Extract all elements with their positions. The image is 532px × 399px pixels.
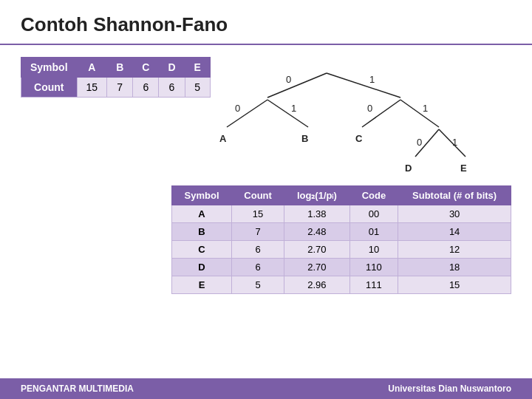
svg-text:0: 0 [417, 137, 422, 148]
svg-text:E: E [460, 163, 467, 174]
table-row: A 15 1.38 00 30 [172, 205, 511, 223]
row-symbol: A [172, 205, 232, 223]
right-section: 0 1 0 1 0 1 A B C 0 1 D E [164, 57, 511, 294]
row-log: 2.96 [284, 276, 350, 294]
row-count: 6 [232, 259, 284, 276]
row-code: 00 [349, 205, 398, 223]
symbol-b-header: B [107, 58, 133, 78]
svg-text:A: A [219, 133, 227, 144]
row-count: 7 [232, 223, 284, 241]
row-log: 2.48 [284, 223, 350, 241]
data-table-wrapper: Symbol Count log₂(1/pᵢ) Code Subtotal (#… [171, 185, 511, 294]
svg-line-9 [400, 100, 439, 127]
tree-diagram: 0 1 0 1 0 1 A B C 0 1 D E [171, 57, 482, 183]
symbol-c-header: C [133, 58, 159, 78]
row-count: 5 [232, 276, 284, 294]
row-code: 10 [349, 241, 398, 259]
table-row: C 6 2.70 10 12 [172, 241, 511, 259]
row-subtotal: 15 [398, 276, 511, 294]
footer: PENGANTAR MULTIMEDIA Universitas Dian Nu… [0, 378, 532, 399]
col-code: Code [349, 186, 398, 205]
table-row: D 6 2.70 110 18 [172, 259, 511, 276]
symbol-count-table-container: Symbol A B C D E Count 15 7 6 6 5 [21, 57, 164, 294]
col-subtotal: Subtotal (# of bits) [398, 186, 511, 205]
svg-line-1 [327, 73, 400, 98]
svg-text:1: 1 [423, 103, 428, 114]
svg-text:D: D [405, 163, 412, 174]
count-a: 15 [77, 78, 107, 98]
col-log: log₂(1/pᵢ) [284, 186, 350, 205]
svg-text:1: 1 [452, 137, 457, 148]
svg-text:B: B [301, 133, 308, 144]
svg-text:0: 0 [286, 74, 291, 85]
row-symbol: D [172, 259, 232, 276]
page-title: Contoh Shannon-Fano [21, 13, 228, 35]
row-code: 110 [349, 259, 398, 276]
table-row: E 5 2.96 111 15 [172, 276, 511, 294]
page-header: Contoh Shannon-Fano [0, 0, 532, 45]
row-log: 2.70 [284, 241, 350, 259]
row-code: 111 [349, 276, 398, 294]
svg-line-4 [227, 100, 267, 127]
svg-text:1: 1 [291, 103, 296, 114]
footer-right: Universitas Dian Nuswantoro [388, 383, 511, 394]
svg-text:0: 0 [367, 103, 372, 114]
row-symbol: C [172, 241, 232, 259]
col-symbol: Symbol [172, 186, 232, 205]
count-c: 6 [133, 78, 159, 98]
row-count: 6 [232, 241, 284, 259]
row-symbol: B [172, 223, 232, 241]
count-b: 7 [107, 78, 133, 98]
symbol-header: Symbol [21, 58, 78, 78]
row-subtotal: 14 [398, 223, 511, 241]
row-log: 1.38 [284, 205, 350, 223]
svg-text:1: 1 [369, 74, 375, 85]
svg-text:C: C [355, 133, 363, 144]
symbol-a-header: A [77, 58, 107, 78]
row-symbol: E [172, 276, 232, 294]
row-count: 15 [232, 205, 284, 223]
svg-line-0 [267, 73, 327, 98]
row-code: 01 [349, 223, 398, 241]
col-count: Count [232, 186, 284, 205]
row-subtotal: 18 [398, 259, 511, 276]
svg-text:0: 0 [235, 103, 240, 114]
row-log: 2.70 [284, 259, 350, 276]
svg-line-5 [267, 100, 308, 127]
table-row: B 7 2.48 01 14 [172, 223, 511, 241]
count-label: Count [21, 78, 78, 98]
content-area: Symbol A B C D E Count 15 7 6 6 5 [0, 45, 532, 294]
footer-left: PENGANTAR MULTIMEDIA [21, 383, 134, 394]
row-subtotal: 12 [398, 241, 511, 259]
row-subtotal: 30 [398, 205, 511, 223]
encoding-table: Symbol Count log₂(1/pᵢ) Code Subtotal (#… [171, 185, 511, 294]
